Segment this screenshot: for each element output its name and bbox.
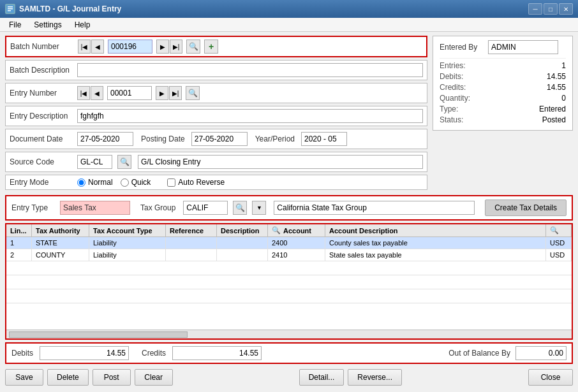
- status-label: Status:: [440, 115, 463, 124]
- save-button[interactable]: Save: [5, 369, 43, 386]
- quantity-label: Quantity:: [440, 94, 470, 103]
- table-row-empty: [6, 261, 572, 275]
- title-bar: SAMLTD - G/L Journal Entry ─ □ ✕: [0, 0, 578, 18]
- auto-reverse-label: Auto Reverse: [178, 178, 225, 187]
- table-section: Lin... Tax Authority Tax Account Type Re…: [5, 223, 573, 340]
- entered-by-input[interactable]: [488, 40, 558, 54]
- detail-button[interactable]: Detail...: [299, 369, 345, 386]
- posting-date-input[interactable]: [191, 132, 248, 146]
- entry-next-btn[interactable]: ▶: [156, 86, 168, 100]
- table-body: 1 STATE Liability 2400 County sales tax …: [6, 237, 572, 330]
- debits-info-value: 14.55: [547, 72, 566, 81]
- cell-authority-1: STATE: [32, 237, 89, 249]
- create-tax-details-btn[interactable]: Create Tax Details: [485, 200, 567, 216]
- entered-by-label: Entered By: [440, 43, 484, 52]
- year-period-input[interactable]: [301, 132, 347, 146]
- window-title: SAMLTD - G/L Journal Entry: [19, 4, 121, 13]
- batch-next-btn[interactable]: ▶: [156, 40, 169, 54]
- credits-total-input[interactable]: [172, 346, 262, 360]
- entries-label: Entries:: [440, 61, 466, 70]
- close-button[interactable]: ✕: [559, 3, 573, 15]
- menu-settings[interactable]: Settings: [27, 18, 68, 31]
- clear-button[interactable]: Clear: [135, 369, 173, 386]
- table-row[interactable]: 1 STATE Liability 2400 County sales tax …: [6, 237, 572, 249]
- cell-account-1: 2400: [268, 237, 325, 249]
- radio-normal[interactable]: Normal: [77, 178, 113, 187]
- status-value: Posted: [542, 115, 566, 124]
- credits-total-label: Credits: [142, 349, 166, 358]
- action-bar: Save Delete Post Clear Detail... Reverse…: [5, 367, 573, 388]
- entry-number-input[interactable]: [107, 86, 152, 100]
- col-account-desc: Account Description: [325, 224, 546, 236]
- app-icon: [5, 4, 15, 14]
- main-content: Batch Number |◀ ◀ ▶ ▶| 🔍 + Batch Desc: [0, 32, 578, 392]
- credits-info-label: Credits:: [440, 83, 466, 92]
- year-period-label: Year/Period: [255, 134, 295, 143]
- delete-button[interactable]: Delete: [47, 369, 89, 386]
- batch-search-btn[interactable]: 🔍: [186, 40, 200, 54]
- batch-number-input[interactable]: [108, 40, 152, 54]
- entry-mode-radios: Normal Quick: [77, 178, 151, 187]
- source-code-input[interactable]: [77, 155, 112, 169]
- batch-first-btn[interactable]: |◀: [78, 40, 91, 54]
- doc-date-input[interactable]: [77, 132, 133, 146]
- radio-quick-label: Quick: [131, 178, 151, 187]
- menu-help[interactable]: Help: [68, 18, 97, 31]
- minimize-button[interactable]: ─: [528, 3, 542, 15]
- entries-value: 1: [561, 61, 566, 70]
- radio-quick[interactable]: Quick: [121, 178, 151, 187]
- col-currency: 🔍: [546, 224, 572, 236]
- cell-account-desc-2: State sales tax payable: [325, 249, 546, 261]
- table-row[interactable]: 2 COUNTY Liability 2410 State sales tax …: [6, 249, 572, 261]
- credits-info-value: 14.55: [547, 83, 566, 92]
- right-info-panel: Entered By Entries: 1 Debits: 14.55 Cred…: [433, 36, 573, 131]
- tax-group-search-btn[interactable]: 🔍: [233, 201, 247, 215]
- entry-description-input[interactable]: [77, 109, 423, 123]
- col-tax-authority: Tax Authority: [32, 224, 89, 236]
- tax-group-input[interactable]: [183, 201, 228, 215]
- posting-date-label: Posting Date: [141, 134, 185, 143]
- type-value: Entered: [539, 105, 566, 113]
- entry-prev-btn[interactable]: ◀: [91, 86, 103, 100]
- entry-mode-label: Entry Mode: [10, 178, 73, 187]
- batch-last-btn[interactable]: ▶|: [170, 40, 182, 54]
- col-reference: Reference: [166, 224, 217, 236]
- batch-description-input[interactable]: [77, 63, 423, 77]
- batch-prev-btn[interactable]: ◀: [91, 40, 104, 54]
- entry-last-btn[interactable]: ▶|: [169, 86, 182, 100]
- auto-reverse-checkbox[interactable]: Auto Reverse: [167, 178, 225, 187]
- batch-number-label: Batch Number: [10, 42, 74, 51]
- out-of-balance-input[interactable]: [515, 346, 567, 360]
- tax-group-dropdown-btn[interactable]: ▼: [252, 201, 266, 215]
- cell-currency-1: USD: [546, 237, 572, 249]
- reverse-button[interactable]: Reverse...: [348, 369, 402, 386]
- source-code-search-btn[interactable]: 🔍: [117, 155, 131, 169]
- cell-ref-1: [166, 237, 217, 249]
- tax-group-desc-input[interactable]: [274, 201, 475, 215]
- table-hscrollbar[interactable]: [6, 330, 572, 338]
- col-description: Description: [217, 224, 268, 236]
- svg-rect-2: [8, 8, 13, 10]
- batch-add-btn[interactable]: +: [204, 40, 218, 54]
- entry-first-btn[interactable]: |◀: [77, 86, 90, 100]
- entry-desc-label: Entry Description: [10, 112, 73, 120]
- cell-type-2: Liability: [89, 249, 166, 261]
- post-button[interactable]: Post: [93, 369, 131, 386]
- cell-currency-2: USD: [546, 249, 572, 261]
- source-code-desc-input[interactable]: [138, 155, 423, 169]
- out-of-balance: Out of Balance By: [448, 346, 567, 360]
- entry-type-input[interactable]: [60, 201, 130, 215]
- radio-normal-label: Normal: [88, 178, 113, 187]
- debits-info-label: Debits:: [440, 72, 463, 81]
- cell-type-1: Liability: [89, 237, 166, 249]
- close-button[interactable]: Close: [528, 369, 573, 386]
- debits-total-input[interactable]: [40, 346, 129, 360]
- maximize-button[interactable]: □: [544, 3, 558, 15]
- entry-search-btn[interactable]: 🔍: [186, 86, 200, 100]
- doc-date-label: Document Date: [10, 134, 73, 143]
- menu-file[interactable]: File: [3, 18, 27, 31]
- table-header: Lin... Tax Authority Tax Account Type Re…: [6, 224, 572, 237]
- menu-bar: File Settings Help: [0, 18, 578, 32]
- cell-line-2: 2: [6, 249, 32, 261]
- source-code-label: Source Code: [10, 157, 73, 166]
